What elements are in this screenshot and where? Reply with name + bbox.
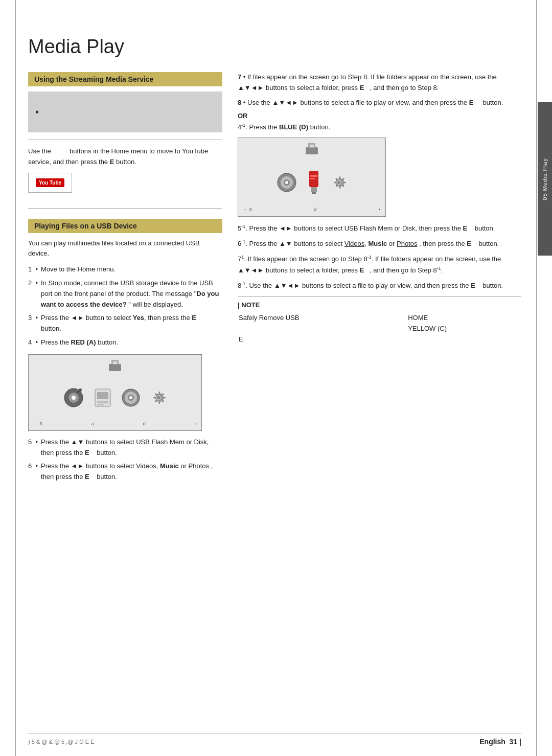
svg-rect-0 xyxy=(109,364,121,371)
note-home: HOME xyxy=(408,313,520,323)
screen-mockup-right: ← 3 d • xyxy=(238,138,386,217)
streaming-gray-box: • xyxy=(28,91,222,132)
svg-point-15 xyxy=(129,396,132,399)
right-usb-icon xyxy=(306,171,321,194)
music-icon xyxy=(63,387,84,408)
svg-point-17 xyxy=(157,396,160,399)
svg-point-24 xyxy=(285,181,288,184)
note-row-1: Safely Remove USB HOME xyxy=(239,313,520,323)
screen-bottom-bar: ← 3 a d ◦ xyxy=(29,421,201,426)
or-label: OR xyxy=(238,112,521,120)
playing-intro: You can play multimedia files located on… xyxy=(28,238,222,260)
divider xyxy=(28,140,222,140)
bottom-left-label: ← 3 xyxy=(34,421,42,426)
note-empty xyxy=(239,324,407,333)
left-border xyxy=(15,0,16,756)
photo-icon xyxy=(94,388,111,407)
step-1: 1 • Move to the Home menu. xyxy=(28,264,222,275)
two-column-layout: Using the Streaming Media Service • Use … xyxy=(28,72,521,489)
svg-rect-28 xyxy=(311,187,317,192)
bottom-d-label: d xyxy=(143,421,146,426)
youtube-box[interactable]: You Tube xyxy=(28,173,72,193)
page: 05 Media Play Media Play Using the Strea… xyxy=(0,0,552,756)
svg-rect-27 xyxy=(310,178,315,179)
svg-rect-10 xyxy=(97,401,108,403)
step-3: 3 • Press the ◄► button to select Yes, t… xyxy=(28,313,222,334)
right-disc-icon xyxy=(277,172,297,193)
screen-mockup-left: ← 3 a d ◦ xyxy=(28,354,202,431)
disc-icon xyxy=(122,388,140,407)
steps-list-left-2: 5 • Press the ▲▼ buttons to select USB F… xyxy=(28,437,222,483)
page-footer: ) 5 & @ & @ 5 ,@ J O E E English 31 | xyxy=(28,733,521,746)
left-column: Using the Streaming Media Service • Use … xyxy=(28,72,222,489)
divider2 xyxy=(28,208,222,209)
svg-rect-26 xyxy=(310,175,317,177)
chapter-tab: 05 Media Play xyxy=(538,102,552,256)
step-4-1: 4-1. Press the BLUE (D) button. xyxy=(238,123,521,131)
gray-box-bullet: • xyxy=(35,106,39,118)
svg-point-5 xyxy=(72,396,76,400)
note-label: | NOTE xyxy=(238,301,521,309)
right-bottom-dot: • xyxy=(379,207,380,212)
right-screen-icons xyxy=(277,171,347,194)
main-content: Media Play Using the Streaming Media Ser… xyxy=(28,20,521,489)
bottom-right-label: ◦ xyxy=(195,421,196,426)
step-6: 6 • Press the ◄► buttons to select Video… xyxy=(28,461,222,483)
steps-list-left: 1 • Move to the Home menu. 2 • In Stop m… xyxy=(28,264,222,348)
footer-left-text: ) 5 & @ & @ 5 ,@ J O E E xyxy=(28,739,94,745)
screen-icons-row xyxy=(63,387,167,408)
right-bottom-left: ← 3 xyxy=(243,207,252,212)
right-step-8: 8 • Use the ▲▼◄► buttons to select a fil… xyxy=(238,98,521,108)
gear-icon-screen xyxy=(150,390,167,406)
step-2: 2 • In Stop mode, connect the USB storag… xyxy=(28,278,222,310)
note-section: | NOTE Safely Remove USB HOME YELLOW (C) xyxy=(238,296,521,345)
right-top-icon xyxy=(304,143,320,158)
svg-rect-2 xyxy=(113,361,117,364)
note-row-3: E xyxy=(239,334,520,344)
right-steps-list: 7 • If files appear on the screen go to … xyxy=(238,72,521,108)
right-steps-list-2: 5-1. Press the ◄► buttons to select USB … xyxy=(238,223,521,292)
svg-point-7 xyxy=(79,388,82,392)
chapter-label: 05 Media Play xyxy=(542,158,548,200)
svg-rect-11 xyxy=(97,404,104,405)
footer-page-number: English 31 | xyxy=(479,738,521,746)
note-safely-remove: Safely Remove USB xyxy=(239,313,407,323)
streaming-body-text: Use the buttons in the Home menu to move… xyxy=(28,146,222,168)
page-title: Media Play xyxy=(28,36,521,58)
note-table: Safely Remove USB HOME YELLOW (C) E xyxy=(238,312,521,345)
note-yellow-c: YELLOW (C) xyxy=(408,324,520,333)
right-screen-bottom: ← 3 d • xyxy=(238,207,385,212)
youtube-logo: You Tube xyxy=(36,178,64,187)
right-step-5-1: 5-1. Press the ◄► buttons to select USB … xyxy=(238,223,521,234)
svg-rect-29 xyxy=(312,192,316,194)
right-border xyxy=(536,0,537,756)
right-step-7-1: 71. If files appear on the screen go to … xyxy=(238,254,521,276)
svg-rect-18 xyxy=(306,147,318,154)
bottom-a-label: a xyxy=(91,421,94,426)
note-e: E xyxy=(239,334,407,344)
svg-rect-20 xyxy=(310,145,314,147)
playing-section: Playing Files on a USB Device You can pl… xyxy=(28,219,222,483)
right-step-6-1: 6-1. Press the ▲▼ buttons to select Vide… xyxy=(238,238,521,249)
playing-section-header: Playing Files on a USB Device xyxy=(28,219,222,233)
svg-rect-9 xyxy=(97,392,108,399)
right-column: 7 • If files appear on the screen go to … xyxy=(238,72,521,489)
right-step-7: 7 • If files appear on the screen go to … xyxy=(238,72,521,94)
right-bottom-d: d xyxy=(314,207,316,212)
step-5: 5 • Press the ▲▼ buttons to select USB F… xyxy=(28,437,222,459)
right-step-8-1: 8-1. Use the ▲▼◄► buttons to select a fi… xyxy=(238,280,521,291)
right-gear-icon xyxy=(331,174,347,191)
step-4: 4 • Press the RED (A) button. xyxy=(28,337,222,348)
note-empty-2 xyxy=(408,334,520,344)
svg-point-31 xyxy=(337,181,340,184)
streaming-section-header: Using the Streaming Media Service xyxy=(28,72,222,86)
note-row-2: YELLOW (C) xyxy=(239,324,520,333)
top-icon xyxy=(107,360,123,375)
